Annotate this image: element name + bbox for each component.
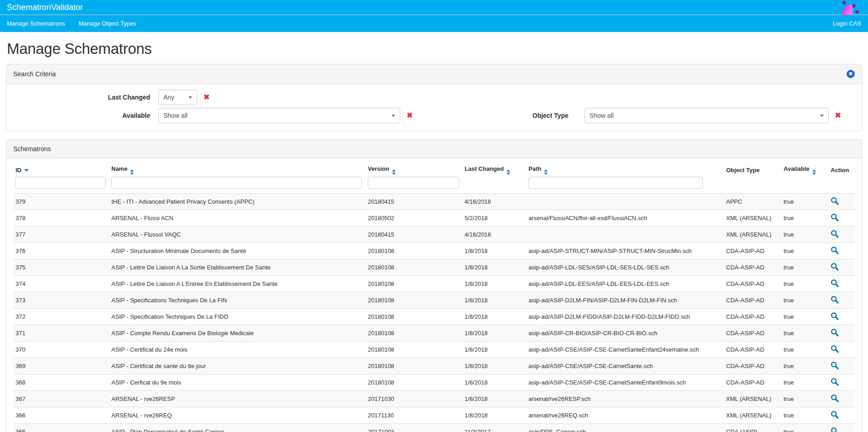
cell-last_changed: 4/16/2018 bbox=[462, 194, 526, 210]
cell-last_changed: 1/8/2018 bbox=[462, 292, 526, 309]
column-label: Action bbox=[831, 167, 849, 174]
filter-input-name[interactable] bbox=[111, 177, 362, 189]
filter-cell-action bbox=[828, 176, 855, 194]
view-schematron-button[interactable] bbox=[831, 345, 839, 353]
cell-available: true bbox=[781, 309, 828, 325]
magnifier-icon bbox=[831, 295, 839, 304]
collapse-panel-icon[interactable]: ✖ bbox=[847, 70, 855, 78]
nav-manage-object-types[interactable]: Manage Object Types bbox=[78, 20, 136, 27]
cell-object_type: XML (ARSENAL) bbox=[724, 391, 781, 407]
table-row: 378ARSENAL - Flussi ACN201805025/2/2018a… bbox=[13, 210, 855, 227]
view-schematron-button[interactable] bbox=[831, 295, 839, 304]
magnifier-icon bbox=[831, 279, 839, 287]
view-schematron-button[interactable] bbox=[831, 230, 839, 238]
sort-icon bbox=[392, 169, 396, 175]
cell-path: asip-ad/ASIP-CSE/ASIP-CSE-CarnetSante.sc… bbox=[526, 358, 724, 374]
cell-object_type: CDA-ASIP-AD bbox=[724, 309, 781, 325]
cell-version: 20180108 bbox=[366, 358, 462, 374]
cell-version: 20180108 bbox=[366, 276, 462, 292]
cell-object_type: CDA-ASIP-AD bbox=[724, 374, 781, 391]
cell-object_type: CDA-ASIP-AD bbox=[724, 259, 781, 276]
cell-id: 376 bbox=[13, 243, 109, 259]
clear-object-type-icon[interactable]: ✖ bbox=[835, 112, 841, 119]
cell-action bbox=[828, 210, 855, 227]
clear-available-icon[interactable]: ✖ bbox=[407, 112, 413, 119]
column-header-path[interactable]: Path bbox=[526, 158, 724, 176]
filter-input-path[interactable] bbox=[528, 177, 703, 189]
nav-manage-schematrons[interactable]: Manage Schematrons bbox=[7, 20, 65, 27]
cell-action bbox=[828, 292, 855, 309]
view-schematron-button[interactable] bbox=[831, 361, 839, 369]
cell-version: 20171003 bbox=[366, 424, 462, 432]
last-changed-select[interactable]: Any bbox=[158, 90, 197, 105]
view-schematron-button[interactable] bbox=[831, 246, 839, 254]
cell-name: ASIP - Lettre De Liaison A La Sortie Eta… bbox=[109, 259, 366, 276]
available-row: Available Show all ✖ Object Type Show al… bbox=[13, 108, 855, 123]
view-schematron-button[interactable] bbox=[831, 197, 839, 205]
magnifier-icon bbox=[831, 361, 839, 369]
column-label: ID bbox=[16, 167, 21, 174]
view-schematron-button[interactable] bbox=[831, 279, 839, 287]
cell-name: ASIP - Certificat de sante du 8e jour bbox=[109, 358, 366, 374]
cell-object_type: APPC bbox=[724, 194, 781, 210]
cell-version: 20180415 bbox=[366, 227, 462, 243]
cell-available: true bbox=[781, 259, 828, 276]
object-type-select[interactable]: Show all bbox=[585, 108, 829, 123]
column-header-version[interactable]: Version bbox=[366, 158, 462, 176]
view-schematron-button[interactable] bbox=[831, 394, 839, 402]
cell-name: ASIP - Specifications Techniques De La F… bbox=[109, 292, 366, 309]
cell-last_changed: 1/8/2018 bbox=[462, 325, 526, 342]
cell-last_changed: 1/8/2018 bbox=[462, 407, 526, 424]
cell-path: asip-ad/ASIP-STRUCT-MIN/ASIP-STRUCT-MIN-… bbox=[526, 243, 724, 259]
cell-version: 20180108 bbox=[366, 259, 462, 276]
cell-object_type: XML (ARSENAL) bbox=[724, 407, 781, 424]
cell-path: asip-ad/ASIP-CSE/ASIP-CSE-CarnetSanteEnf… bbox=[526, 374, 724, 391]
cell-last_changed: 1/8/2018 bbox=[462, 309, 526, 325]
filter-cell-id bbox=[13, 176, 109, 194]
filter-input-id[interactable] bbox=[16, 177, 105, 189]
cell-action bbox=[828, 391, 855, 407]
column-header-last_changed[interactable]: Last Changed bbox=[462, 158, 526, 176]
cell-name: ASIP - Structuration Minimale Documents … bbox=[109, 243, 366, 259]
cell-available: true bbox=[781, 391, 828, 407]
cell-available: true bbox=[781, 342, 828, 358]
cell-action bbox=[828, 342, 855, 358]
view-schematron-button[interactable] bbox=[831, 427, 839, 432]
chevron-down-icon bbox=[188, 96, 192, 99]
table-row: 368ASIP - Cerficat du 9e mois201801081/8… bbox=[13, 374, 855, 391]
magnifier-icon bbox=[831, 312, 839, 320]
available-label: Available bbox=[13, 112, 158, 119]
cell-object_type: CDA-ASIP-AD bbox=[724, 358, 781, 374]
cell-last_changed: 11/3/2017 bbox=[462, 424, 526, 432]
cell-id: 372 bbox=[13, 309, 109, 325]
cell-path: arsenal/rve26REQ.sch bbox=[526, 407, 724, 424]
available-select[interactable]: Show all bbox=[158, 108, 400, 123]
magnifier-icon bbox=[831, 411, 839, 419]
schematrons-panel: Schematrons IDNameVersionLast ChangedPat… bbox=[6, 139, 862, 432]
view-schematron-button[interactable] bbox=[831, 263, 839, 271]
app-brand-link[interactable]: SchematronValidator bbox=[7, 3, 83, 12]
schematrons-table: IDNameVersionLast ChangedPathObject Type… bbox=[13, 158, 855, 432]
view-schematron-button[interactable] bbox=[831, 378, 839, 386]
column-header-available[interactable]: Available bbox=[781, 158, 828, 176]
cell-version: 20180108 bbox=[366, 243, 462, 259]
column-label: Name bbox=[111, 165, 127, 172]
sort-icon bbox=[812, 169, 816, 175]
filter-input-version[interactable] bbox=[368, 177, 459, 189]
clear-last-changed-icon[interactable]: ✖ bbox=[204, 94, 209, 101]
schematrons-header: Schematrons bbox=[6, 140, 862, 158]
view-schematron-button[interactable] bbox=[831, 411, 839, 419]
nav-login-cas[interactable]: Login CAS bbox=[833, 20, 861, 27]
table-row: 376ASIP - Structuration Minimale Documen… bbox=[13, 243, 855, 259]
view-schematron-button[interactable] bbox=[831, 312, 839, 320]
column-header-name[interactable]: Name bbox=[109, 158, 366, 176]
view-schematron-button[interactable] bbox=[831, 328, 839, 337]
cell-action bbox=[828, 374, 855, 391]
view-schematron-button[interactable] bbox=[831, 213, 839, 221]
cell-name: ASIP - Lettre De Liaison A L'Entree En E… bbox=[109, 276, 366, 292]
cell-name: ASIP - Cerficat du 9e mois bbox=[109, 374, 366, 391]
cell-name: ARSENAL - rve26RESP bbox=[109, 391, 366, 407]
cell-path: asip-ad/ASIP-D2LM-FIN/ASIP-D2LM-FIN-D2LM… bbox=[526, 292, 724, 309]
cell-available: true bbox=[781, 358, 828, 374]
column-header-id[interactable]: ID bbox=[13, 158, 109, 176]
